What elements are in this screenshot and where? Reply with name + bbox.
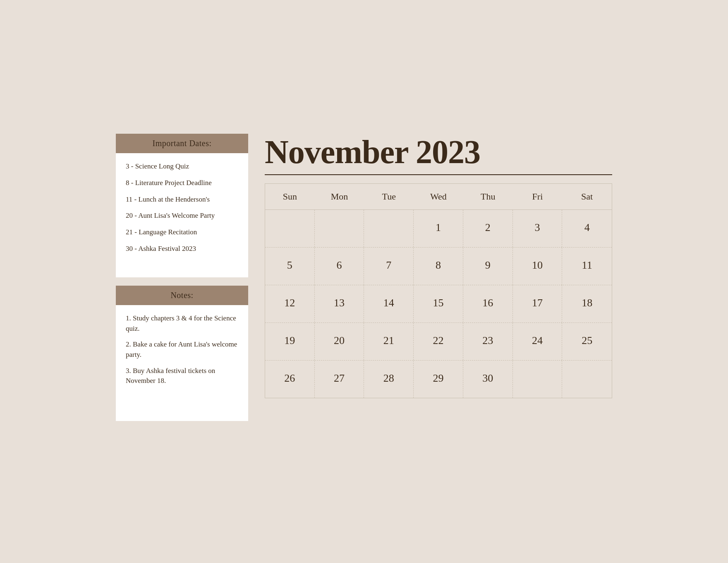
calendar-day: 25 — [562, 323, 612, 360]
calendar-week: 19202122232425 — [265, 323, 612, 361]
calendar-day: 23 — [463, 323, 513, 360]
calendar-day — [315, 210, 364, 247]
calendar-day: 22 — [414, 323, 463, 360]
calendar-day: 17 — [513, 285, 563, 322]
calendar-day: 8 — [414, 248, 463, 285]
calendar-section: November 2023 SunMonTueWedThuFriSat 1234… — [265, 134, 612, 429]
calendar-day: 13 — [315, 285, 364, 322]
important-dates-list: 3 - Science Long Quiz8 - Literature Proj… — [126, 161, 238, 254]
calendar-day: 9 — [463, 248, 513, 285]
calendar-day: 11 — [562, 248, 612, 285]
important-date-item: 30 - Ashka Festival 2023 — [126, 244, 238, 254]
calendar-day: 10 — [513, 248, 563, 285]
note-item: 1. Study chapters 3 & 4 for the Science … — [126, 313, 238, 334]
calendar-day: 1 — [414, 210, 463, 247]
notes-list: 1. Study chapters 3 & 4 for the Science … — [126, 313, 238, 386]
calendar-day-header: Tue — [364, 184, 414, 209]
important-dates-header: Important Dates: — [116, 134, 248, 153]
calendar-day-header: Sun — [265, 184, 315, 209]
calendar-day: 6 — [315, 248, 364, 285]
calendar-day: 5 — [265, 248, 315, 285]
calendar-divider — [265, 174, 612, 175]
important-date-item: 21 - Language Recitation — [126, 227, 238, 237]
calendar-day: 27 — [315, 361, 364, 398]
calendar-day: 24 — [513, 323, 563, 360]
calendar-week: 12131415161718 — [265, 285, 612, 323]
calendar-week: 2627282930 — [265, 361, 612, 398]
calendar-day: 4 — [562, 210, 612, 247]
calendar-day: 28 — [364, 361, 414, 398]
calendar-day: 19 — [265, 323, 315, 360]
calendar-day: 12 — [265, 285, 315, 322]
calendar-day-header: Fri — [513, 184, 563, 209]
calendar-day-header: Wed — [414, 184, 463, 209]
calendar-day-header: Thu — [463, 184, 513, 209]
calendar-day — [562, 361, 612, 398]
notes-section: Notes: 1. Study chapters 3 & 4 for the S… — [116, 286, 248, 421]
calendar-day — [513, 361, 563, 398]
important-date-item: 8 - Literature Project Deadline — [126, 178, 238, 188]
calendar-day: 16 — [463, 285, 513, 322]
important-date-item: 20 - Aunt Lisa's Welcome Party — [126, 211, 238, 221]
calendar-day: 21 — [364, 323, 414, 360]
calendar-day — [364, 210, 414, 247]
important-date-item: 3 - Science Long Quiz — [126, 161, 238, 171]
calendar-title: November 2023 — [265, 134, 612, 170]
calendar-day: 15 — [414, 285, 463, 322]
calendar-week: 567891011 — [265, 248, 612, 285]
calendar-header-row: SunMonTueWedThuFriSat — [265, 184, 612, 210]
notes-content: 1. Study chapters 3 & 4 for the Science … — [116, 305, 248, 421]
calendar-week: 1234 — [265, 210, 612, 248]
calendar-day: 2 — [463, 210, 513, 247]
page-container: Important Dates: 3 - Science Long Quiz8 … — [116, 134, 612, 429]
calendar-day: 26 — [265, 361, 315, 398]
notes-header: Notes: — [116, 286, 248, 305]
calendar-day: 18 — [562, 285, 612, 322]
calendar-day: 3 — [513, 210, 563, 247]
note-item: 2. Bake a cake for Aunt Lisa's welcome p… — [126, 339, 238, 360]
calendar-day: 14 — [364, 285, 414, 322]
calendar-grid: SunMonTueWedThuFriSat 123456789101112131… — [265, 183, 612, 398]
note-item: 3. Buy Ashka festival tickets on Novembe… — [126, 366, 238, 386]
calendar-day-header: Mon — [315, 184, 364, 209]
sidebar: Important Dates: 3 - Science Long Quiz8 … — [116, 134, 248, 429]
calendar-body: 1234567891011121314151617181920212223242… — [265, 210, 612, 398]
important-dates-section: Important Dates: 3 - Science Long Quiz8 … — [116, 134, 248, 277]
calendar-day: 7 — [364, 248, 414, 285]
calendar-day: 29 — [414, 361, 463, 398]
calendar-day: 30 — [463, 361, 513, 398]
important-date-item: 11 - Lunch at the Henderson's — [126, 195, 238, 205]
important-dates-content: 3 - Science Long Quiz8 - Literature Proj… — [116, 153, 248, 277]
calendar-day-header: Sat — [562, 184, 612, 209]
calendar-day — [265, 210, 315, 247]
calendar-day: 20 — [315, 323, 364, 360]
